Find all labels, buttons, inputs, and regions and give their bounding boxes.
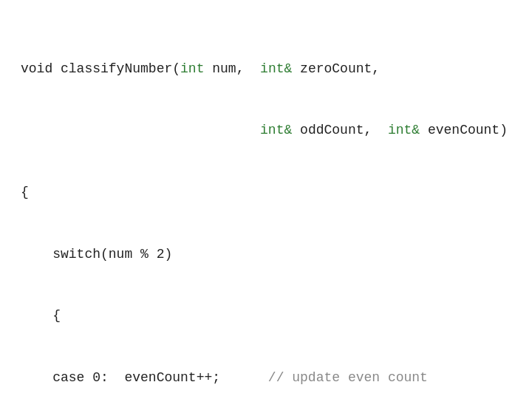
code-line-3: { bbox=[21, 183, 511, 203]
code-line-6: case 0: evenCount++; // update even coun… bbox=[21, 368, 511, 389]
code-line-4: switch(num % 2) bbox=[21, 245, 511, 265]
code-line-2: int& oddCount, int& evenCount) bbox=[21, 120, 511, 141]
code-text: switch(num % 2) bbox=[21, 247, 172, 262]
code-editor: void classifyNumber(int num, int& zeroCo… bbox=[21, 18, 511, 399]
code-text: case 0: evenCount++; // update even coun… bbox=[21, 370, 428, 385]
code-line-1: void classifyNumber(int num, int& zeroCo… bbox=[21, 59, 511, 80]
code-text: { bbox=[21, 185, 29, 200]
code-text: void classifyNumber(int num, int& zeroCo… bbox=[21, 61, 380, 76]
code-line-5: { bbox=[21, 306, 511, 327]
code-text: int& oddCount, int& evenCount) bbox=[21, 123, 508, 137]
code-text: { bbox=[21, 308, 61, 323]
